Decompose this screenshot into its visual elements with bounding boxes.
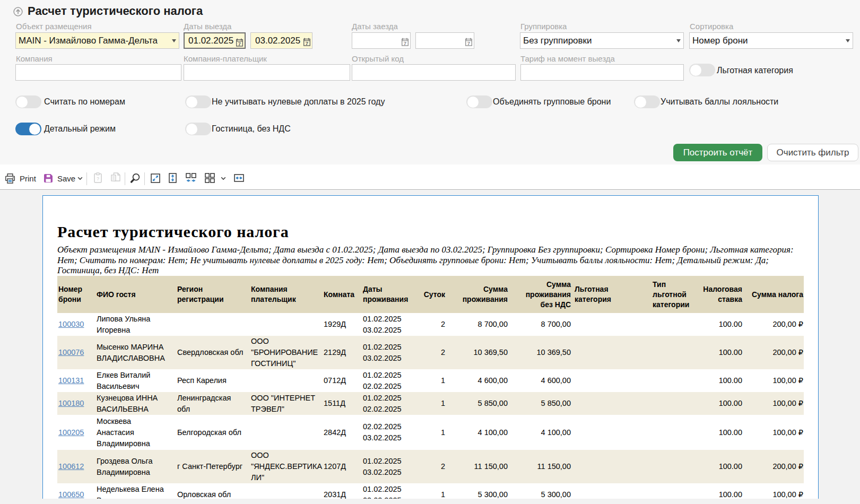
- svg-text:7: 7: [306, 40, 308, 46]
- svg-text:7: 7: [238, 41, 241, 47]
- svg-text:7: 7: [467, 40, 470, 46]
- svg-text:7: 7: [404, 40, 406, 46]
- svg-text:?: ?: [97, 176, 99, 181]
